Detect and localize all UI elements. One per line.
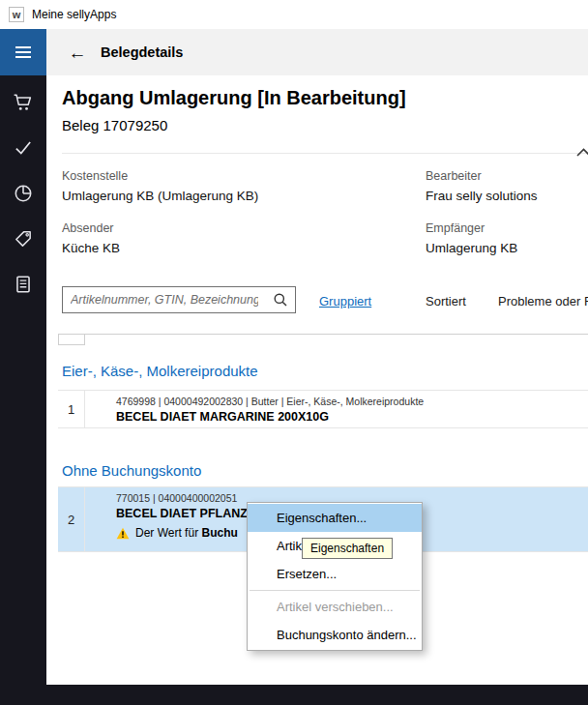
hamburger-button[interactable] bbox=[0, 29, 46, 75]
app-icon: w bbox=[9, 7, 24, 22]
menu-item-buchungskonto-aendern[interactable]: Buchungskonto ändern... bbox=[248, 621, 422, 649]
field-empfaenger: Empfänger Umlagerung KB bbox=[426, 221, 517, 255]
cart-icon bbox=[13, 92, 34, 113]
page-header: ← Belegdetails bbox=[46, 29, 588, 75]
field-value: Frau selly solutions bbox=[426, 189, 538, 203]
table-top-border bbox=[58, 334, 588, 335]
field-value: Umlagerung KB bbox=[426, 241, 517, 255]
field-bearbeiter: Bearbeiter Frau selly solutions bbox=[426, 169, 538, 203]
menu-item-artikel-verschieben: Artikel verschieben... bbox=[248, 593, 422, 621]
back-button[interactable]: ← bbox=[66, 44, 89, 62]
svg-text:w: w bbox=[12, 9, 21, 20]
tooltip: Eigenschaften bbox=[302, 538, 393, 559]
field-label: Bearbeiter bbox=[426, 169, 538, 183]
page-title-header: Belegdetails bbox=[101, 44, 183, 60]
field-label: Empfänger bbox=[426, 221, 517, 235]
sidebar bbox=[0, 29, 46, 685]
warning-text: Der Wert für Buchu bbox=[135, 526, 238, 540]
titlebar: w Meine sellyApps bbox=[0, 0, 588, 29]
context-menu: Eigenschaften... Artikel Ersetzen... Art… bbox=[247, 502, 423, 651]
group-header-ohne-buchungskonto[interactable]: Ohne Buchungskonto bbox=[62, 462, 201, 479]
warning-icon bbox=[116, 527, 130, 540]
check-icon bbox=[13, 137, 34, 159]
sidebar-nav bbox=[0, 75, 46, 296]
tab-sortiert[interactable]: Sortiert bbox=[426, 294, 466, 308]
bottom-bar bbox=[0, 685, 588, 705]
field-value: Umlagerung KB (Umlagerung KB) bbox=[62, 189, 258, 203]
window-title: Meine sellyApps bbox=[32, 8, 116, 21]
tab-gruppiert[interactable]: Gruppiert bbox=[319, 294, 371, 308]
hamburger-icon bbox=[14, 44, 33, 60]
search-box bbox=[62, 286, 296, 313]
field-kostenstelle: Kostenstelle Umlagerung KB (Umlagerung K… bbox=[62, 169, 258, 203]
sidebar-item-tasks[interactable] bbox=[12, 136, 35, 160]
pie-chart-icon bbox=[13, 183, 34, 204]
article-row-1[interactable]: 1 4769998 | 04000492002830 | Butter | Ei… bbox=[58, 390, 588, 428]
field-label: Absender bbox=[62, 221, 120, 235]
search-button[interactable] bbox=[266, 287, 295, 312]
search-input[interactable] bbox=[63, 287, 266, 312]
article-meta: 4769998 | 04000492002830 | Butter | Eier… bbox=[116, 396, 588, 407]
menu-item-eigenschaften[interactable]: Eigenschaften... bbox=[248, 504, 422, 532]
menu-separator bbox=[250, 590, 420, 591]
app-window: w Meine sellyApps bbox=[0, 0, 588, 705]
tag-icon bbox=[13, 228, 34, 250]
group-header-molkereiprodukte[interactable]: Eier-, Käse-, Molkereiprodukte bbox=[62, 363, 258, 379]
row-body: 4769998 | 04000492002830 | Butter | Eier… bbox=[85, 391, 588, 427]
search-icon bbox=[273, 292, 288, 308]
article-name: BECEL DIAET MARGARINE 200X10G bbox=[116, 410, 588, 424]
sidebar-item-statistics[interactable] bbox=[12, 182, 35, 205]
field-value: Küche KB bbox=[62, 241, 120, 255]
row-number: 1 bbox=[58, 391, 85, 427]
chevron-up-icon[interactable] bbox=[575, 147, 588, 158]
table-header-gutter bbox=[58, 334, 85, 345]
field-absender: Absender Küche KB bbox=[62, 221, 120, 255]
row-number: 2 bbox=[58, 487, 85, 551]
field-label: Kostenstelle bbox=[62, 169, 258, 183]
document-title: Abgang Umlagerung [In Bearbeitung] bbox=[62, 87, 406, 109]
menu-item-ersetzen[interactable]: Ersetzen... bbox=[248, 560, 422, 588]
journal-icon bbox=[13, 274, 34, 295]
tab-probleme[interactable]: Probleme oder Fe bbox=[498, 294, 588, 308]
sidebar-item-journal[interactable] bbox=[12, 273, 35, 296]
document-number: Beleg 17079250 bbox=[62, 117, 167, 133]
section-divider bbox=[62, 153, 588, 154]
sidebar-item-labels[interactable] bbox=[12, 227, 35, 250]
sidebar-item-cart[interactable] bbox=[12, 91, 35, 114]
